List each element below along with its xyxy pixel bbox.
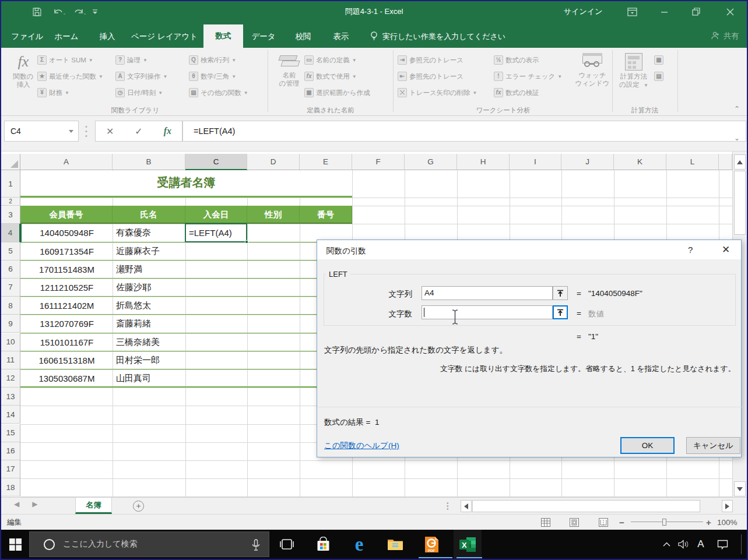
formula-bar-grip[interactable]: •••	[85, 124, 87, 138]
row-header-6[interactable]: 6	[1, 260, 20, 279]
table-header-cell[interactable]: 会員番号	[20, 206, 113, 224]
use-in-formula-button[interactable]: fx数式で使用▼	[304, 70, 357, 83]
enter-formula-icon[interactable]: ✓	[135, 126, 142, 137]
row-header-10[interactable]: 10	[1, 333, 20, 351]
close-button[interactable]	[717, 1, 743, 22]
tab-1[interactable]: 挿入	[96, 26, 119, 48]
table-header-cell[interactable]: 氏名	[113, 206, 185, 224]
ok-button[interactable]: OK	[620, 437, 675, 454]
column-header-L[interactable]: L	[666, 154, 719, 170]
cell-A10[interactable]: 1510101167F	[21, 333, 113, 351]
tab-6[interactable]: 表示	[325, 26, 357, 48]
calculation-options-button[interactable]: 計算方法の設定 ▼	[615, 52, 652, 90]
cell-A8[interactable]: 1611121402M	[21, 297, 113, 315]
define-name-button[interactable]: ▭名前の定義▼	[304, 54, 357, 66]
row-header-9[interactable]: 9	[1, 315, 20, 333]
collapse-ribbon-icon[interactable]: ⌃	[734, 105, 740, 113]
cell-A11[interactable]: 1606151318M	[21, 351, 113, 369]
column-header-B[interactable]: B	[113, 154, 185, 170]
column-header-E[interactable]: E	[300, 154, 352, 170]
column-header-C[interactable]: C	[185, 154, 247, 170]
zoom-in-button[interactable]: +	[706, 517, 711, 527]
create-from-selection-button[interactable]: ▦選択範囲から作成	[304, 86, 370, 99]
row-header-11[interactable]: 11	[1, 351, 20, 369]
zoom-slider-handle[interactable]	[662, 519, 666, 526]
cell-B4[interactable]: 有森優奈	[113, 224, 185, 242]
cell-A7[interactable]: 1211210525F	[21, 279, 113, 297]
row-header-18[interactable]: 18	[1, 478, 20, 496]
scroll-right-button[interactable]	[722, 500, 733, 512]
watch-window-button[interactable]: ウォッチウィンドウ	[574, 52, 611, 87]
select-all-corner[interactable]	[1, 154, 20, 170]
lookup-reference-button[interactable]: Q検索/行列▼	[189, 54, 236, 66]
cancel-button[interactable]: キャンセル	[686, 437, 740, 454]
column-header-D[interactable]: D	[247, 154, 300, 170]
column-header-K[interactable]: K	[614, 154, 666, 170]
row-header-5[interactable]: 5	[1, 242, 20, 260]
tab-file[interactable]: ファイル	[7, 26, 48, 48]
arg1-collapse-button[interactable]	[553, 286, 568, 300]
arg2-collapse-button[interactable]	[553, 305, 568, 319]
table-header-cell[interactable]: 番号	[300, 206, 352, 224]
autosum-button[interactable]: Σオート SUM▼	[37, 54, 93, 66]
remove-arrows-button[interactable]: ⤬トレース矢印の削除▼	[398, 86, 477, 99]
cell-A9[interactable]: 1312070769F	[21, 315, 113, 333]
name-manager-button[interactable]: 名前の管理	[271, 52, 308, 87]
formula-bar-expand-icon[interactable]: ⌄	[734, 128, 740, 148]
taskbar-search-box[interactable]: ここに入力して検索	[29, 531, 269, 557]
cell-A6[interactable]: 1701151483M	[21, 260, 113, 279]
file-explorer-icon[interactable]	[381, 530, 409, 559]
trace-precedents-button[interactable]: ⇥参照元のトレース	[398, 54, 463, 66]
row-header-15[interactable]: 15	[1, 424, 20, 442]
task-view-icon[interactable]	[273, 530, 301, 559]
insert-function-icon[interactable]: fx	[164, 126, 171, 136]
trace-dependents-button[interactable]: ⇤参照先のトレース	[398, 70, 463, 83]
show-desktop-edge[interactable]	[741, 534, 742, 554]
tab-0[interactable]: ホーム	[51, 26, 82, 48]
row-header-7[interactable]: 7	[1, 279, 20, 297]
page-layout-view-icon[interactable]	[570, 518, 579, 527]
math-trig-button[interactable]: θ数学/三角▼	[189, 70, 236, 83]
cancel-formula-icon[interactable]: ✕	[106, 126, 114, 137]
insert-function-button[interactable]: fx関数の挿入	[5, 52, 42, 89]
tab-4[interactable]: データ	[248, 26, 279, 48]
microsoft-store-icon[interactable]	[309, 530, 337, 559]
sheet-prev-icon[interactable]: ◀	[14, 500, 19, 508]
vertical-scroll-thumb[interactable]	[734, 171, 746, 235]
logical-button[interactable]: ?論理▼	[115, 54, 148, 66]
formula-input[interactable]: =LEFT(A4) ⌄	[182, 121, 746, 142]
fill-handle[interactable]	[245, 240, 248, 244]
dialog-help-icon[interactable]: ?	[688, 245, 693, 255]
column-header-F[interactable]: F	[352, 154, 405, 170]
error-checking-button[interactable]: !エラー チェック▼	[494, 70, 562, 83]
normal-view-icon[interactable]	[541, 518, 550, 527]
row-header-3[interactable]: 3	[1, 206, 20, 224]
row-header-4[interactable]: 4	[1, 224, 20, 242]
minimize-button[interactable]	[651, 1, 677, 22]
cell-B9[interactable]: 斎藤莉緒	[113, 315, 185, 333]
ribbon-display-options-icon[interactable]	[619, 1, 645, 22]
scroll-left-button[interactable]	[461, 500, 472, 512]
sheet-next-icon[interactable]: ▶	[32, 500, 37, 508]
row-header-14[interactable]: 14	[1, 406, 20, 424]
column-header-G[interactable]: G	[405, 154, 457, 170]
page-break-preview-icon[interactable]	[599, 518, 608, 527]
table-header-cell[interactable]: 性別	[247, 206, 300, 224]
horizontal-scroll-thumb[interactable]	[472, 500, 700, 512]
share-button[interactable]: 共有	[711, 27, 739, 45]
cortana-icon[interactable]	[44, 539, 55, 550]
column-header-A[interactable]: A	[20, 154, 113, 170]
cell-B8[interactable]: 折島悠太	[113, 297, 185, 315]
cell-A5[interactable]: 1609171354F	[21, 242, 113, 260]
cell-B6[interactable]: 瀬野満	[113, 260, 185, 279]
scroll-down-button[interactable]	[734, 481, 746, 496]
recent-functions-button[interactable]: ★最近使った関数▼	[37, 70, 103, 83]
calculate-now-button[interactable]: ▦	[654, 54, 666, 66]
name-box-dropdown-icon[interactable]	[69, 130, 73, 133]
action-center-icon[interactable]	[714, 530, 731, 559]
tab-2[interactable]: ページ レイアウト	[131, 26, 198, 48]
cell-A4[interactable]: 1404050948F	[21, 224, 113, 242]
edge-browser-icon[interactable]: e	[345, 530, 373, 559]
row-header-17[interactable]: 17	[1, 460, 20, 478]
tray-ime-indicator[interactable]: A	[694, 530, 708, 559]
